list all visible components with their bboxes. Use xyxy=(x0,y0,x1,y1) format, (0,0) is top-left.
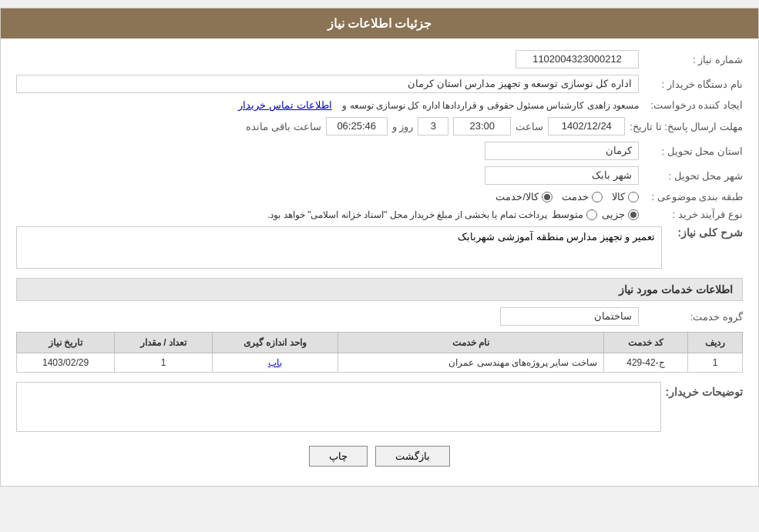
radio-motavasset-label: متوسط xyxy=(552,209,583,220)
services-table: ردیف کد خدمت نام خدمت واحد اندازه گیری ت… xyxy=(16,332,743,373)
mohlat-roz: 3 xyxy=(418,117,448,136)
tabaqe-row: طبقه بندی موضوعی : کالا خدمت کالا/خدمت xyxy=(16,191,743,202)
mohlat-time: 23:00 xyxy=(453,117,511,136)
noe-farayand-row: نوع فرآیند خرید : جزیی متوسط پرداخت تمام… xyxy=(16,209,743,220)
radio-jazii-item: جزیی xyxy=(602,209,639,220)
tabaqe-radio-group: کالا خدمت کالا/خدمت xyxy=(16,191,639,202)
group-value: ساختمان xyxy=(500,307,639,326)
radio-kala-label: کالا xyxy=(612,191,625,202)
group-row: گروه خدمت: ساختمان xyxy=(16,307,743,326)
mohlat-label: مهلت ارسال پاسخ: تا تاریخ: xyxy=(630,121,743,132)
page-title: جزئیات اطلاعات نیاز xyxy=(327,17,432,30)
radio-khedmat-item: خدمت xyxy=(562,191,603,202)
shahr-label: شهر محل تحویل : xyxy=(643,170,743,182)
ostan-value: کرمان xyxy=(485,142,639,160)
mohlat-remaining-label: ساعت باقی مانده xyxy=(246,121,321,132)
sharh-row: شرح کلی نیاز: // Will be populated after… xyxy=(16,226,743,269)
radio-kala-item: کالا xyxy=(612,191,639,202)
ijad-konande-row: ایجاد کننده درخواست: مسعود زاهدی کارشناس… xyxy=(16,99,743,111)
mohlat-row: مهلت ارسال پاسخ: تا تاریخ: 1402/12/24 سا… xyxy=(16,117,743,136)
ostan-label: استان محل تحویل : xyxy=(643,146,743,157)
back-button[interactable]: بازگشت xyxy=(375,446,450,467)
radio-motavasset-circle[interactable] xyxy=(586,209,597,220)
sharh-container: // Will be populated after main script r… xyxy=(16,226,662,269)
col-kod: کد خدمت xyxy=(603,333,687,353)
col-service-name: نام خدمت xyxy=(338,333,603,353)
shomare-niaz-value: 1102004323000212 xyxy=(516,50,639,69)
process-note: پرداخت تمام یا بخشی از مبلغ خریدار محل "… xyxy=(16,209,547,220)
towzihat-container xyxy=(16,382,661,434)
towzihat-row: توضیحات خریدار: xyxy=(16,382,743,434)
shahr-row: شهر محل تحویل : شهر بابک xyxy=(16,166,743,185)
mohlat-remaining: 06:25:46 xyxy=(326,117,388,136)
watermark-area xyxy=(16,226,662,269)
shomare-niaz-label: شماره نیاز : xyxy=(643,54,743,65)
khadamat-section-header: اطلاعات خدمات مورد نیاز xyxy=(16,278,743,301)
shomare-niaz-row: شماره نیاز : 1102004323000212 xyxy=(16,50,743,69)
content-area: شماره نیاز : 1102004323000212 نام دستگاه… xyxy=(1,38,758,486)
group-label: گروه خدمت: xyxy=(643,311,743,323)
buttons-row: بازگشت چاپ xyxy=(16,446,743,467)
ettelaat-tamas-link[interactable]: اطلاعات تماس خریدار xyxy=(238,99,331,111)
nam-dastgah-row: نام دستگاه خریدار : اداره کل نوسازی توسع… xyxy=(16,75,743,93)
table-row: 1 ج-42-429 ساخت سایر پروژه‌های مهندسی عم… xyxy=(17,353,743,373)
col-tedad: تعداد / مقدار xyxy=(115,333,213,353)
col-vahed: واحد اندازه گیری xyxy=(213,333,338,353)
radio-jazii-circle[interactable] xyxy=(628,209,639,220)
radio-kala-khedmat-label: کالا/خدمت xyxy=(495,191,539,202)
mohlat-roz-label: روز و xyxy=(392,121,414,132)
mohlat-time-label: ساعت xyxy=(516,121,543,132)
col-tarikh: تاریخ نیاز xyxy=(17,333,115,353)
cell-kod: ج-42-429 xyxy=(603,353,687,373)
cell-service-name: ساخت سایر پروژه‌های مهندسی عمران xyxy=(338,353,603,373)
ijad-konande-text: مسعود زاهدی کارشناس مسئول حقوقی و قراردا… xyxy=(342,100,639,111)
radio-khedmat-label: خدمت xyxy=(562,191,589,202)
towzihat-label: توضیحات خریدار: xyxy=(665,382,743,398)
page-header: جزئیات اطلاعات نیاز xyxy=(1,8,758,38)
cell-vahed: باب xyxy=(213,353,338,373)
cell-radif: 1 xyxy=(688,353,743,373)
print-button[interactable]: چاپ xyxy=(309,446,368,467)
mohlat-date: 1402/12/24 xyxy=(548,117,625,136)
radio-kala-khedmat-item: کالا/خدمت xyxy=(495,191,552,202)
radio-jazii-label: جزیی xyxy=(602,209,625,220)
nam-dastgah-value: اداره کل نوسازی توسعه و تجهیز مدارس استا… xyxy=(16,75,639,93)
page-wrapper: جزئیات اطلاعات نیاز شماره نیاز : 1102004… xyxy=(0,8,759,487)
ostan-row: استان محل تحویل : کرمان xyxy=(16,142,743,160)
tabaqe-label: طبقه بندی موضوعی : xyxy=(643,191,743,202)
towzihat-textarea[interactable] xyxy=(16,382,661,432)
col-radif: ردیف xyxy=(688,333,743,353)
shahr-value: شهر بابک xyxy=(485,166,639,185)
nam-dastgah-label: نام دستگاه خریدار : xyxy=(643,79,743,90)
radio-khedmat-circle[interactable] xyxy=(592,192,603,202)
ijad-konande-label: ایجاد کننده درخواست: xyxy=(643,99,743,111)
sharh-label: شرح کلی نیاز: xyxy=(666,226,743,239)
process-row: جزیی متوسط پرداخت تمام یا بخشی از مبلغ خ… xyxy=(16,209,639,220)
noe-farayand-label: نوع فرآیند خرید : xyxy=(643,209,743,220)
radio-motavasset-item: متوسط xyxy=(552,209,597,220)
cell-tarikh: 1403/02/29 xyxy=(17,353,115,373)
radio-kala-circle[interactable] xyxy=(628,192,639,202)
cell-tedad: 1 xyxy=(115,353,213,373)
sharh-textarea[interactable] xyxy=(16,226,662,269)
radio-kala-khedmat-circle[interactable] xyxy=(542,192,552,202)
